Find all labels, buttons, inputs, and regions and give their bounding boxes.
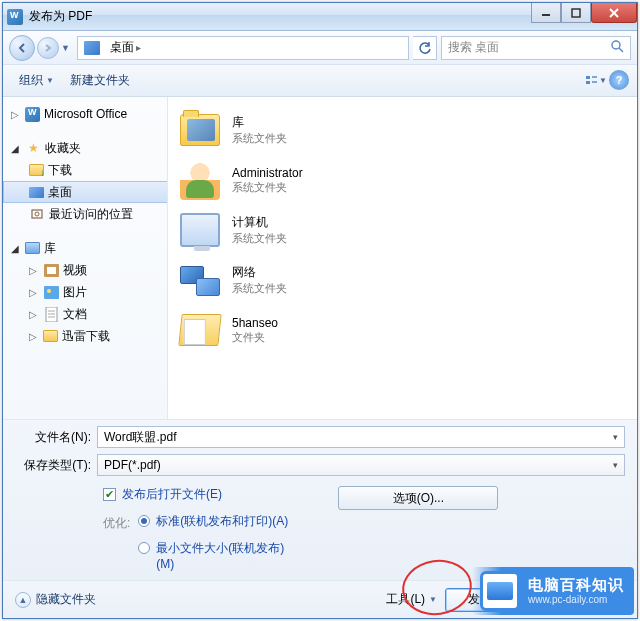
watermark-logo-icon xyxy=(480,571,520,611)
window-title: 发布为 PDF xyxy=(29,8,92,25)
word-icon xyxy=(25,107,40,122)
desktop-icon xyxy=(84,41,100,55)
svg-rect-1 xyxy=(572,9,580,17)
tree-item-desktop[interactable]: 桌面 xyxy=(3,181,167,203)
expand-icon[interactable]: ▷ xyxy=(29,287,39,298)
video-icon xyxy=(43,263,59,277)
save-dialog-window: 发布为 PDF ▼ 桌面 ▸ 搜索 桌面 xyxy=(2,2,638,619)
breadcrumb-bar[interactable]: 桌面 ▸ xyxy=(77,36,409,60)
savetype-select[interactable]: PDF(*.pdf) ▾ xyxy=(97,454,625,476)
expand-icon[interactable]: ▷ xyxy=(11,109,21,120)
new-folder-button[interactable]: 新建文件夹 xyxy=(62,68,138,93)
maximize-button[interactable] xyxy=(561,3,591,23)
filename-input[interactable]: Word联盟.pdf ▾ xyxy=(97,426,625,448)
toolbar: 组织 ▼ 新建文件夹 ▼ ? xyxy=(3,65,637,97)
open-after-checkbox[interactable]: ✔ 发布后打开文件(E) xyxy=(103,486,298,503)
file-list[interactable]: 库 系统文件夹 Administrator 系统文件夹 计算机 系统文件夹 xyxy=(168,97,637,419)
chevron-down-icon: ▼ xyxy=(599,76,607,85)
downloads-icon xyxy=(29,164,44,176)
search-input[interactable]: 搜索 桌面 xyxy=(441,36,631,60)
svg-rect-14 xyxy=(44,286,59,299)
chevron-down-icon: ▼ xyxy=(429,595,437,604)
navigation-bar: ▼ 桌面 ▸ 搜索 桌面 xyxy=(3,31,637,65)
svg-rect-13 xyxy=(47,267,56,274)
chevron-down-icon[interactable]: ▾ xyxy=(613,460,618,470)
savetype-label: 保存类型(T): xyxy=(15,457,91,474)
close-button[interactable] xyxy=(591,3,637,23)
radio-icon xyxy=(138,515,150,527)
forward-button[interactable] xyxy=(37,37,59,59)
folder-icon xyxy=(178,308,222,352)
chevron-up-icon: ▲ xyxy=(15,592,31,608)
tree-item-documents[interactable]: ▷ 文档 xyxy=(3,303,167,325)
checkbox-icon: ✔ xyxy=(103,488,116,501)
network-icon xyxy=(178,258,222,302)
expand-icon[interactable]: ▷ xyxy=(29,309,39,320)
tree-item-office[interactable]: ▷ Microsoft Office xyxy=(3,103,167,125)
library-folder-icon xyxy=(178,108,222,152)
optimize-label: 优化: xyxy=(103,513,130,532)
optimize-standard-radio[interactable]: 标准(联机发布和打印)(A) xyxy=(138,513,298,529)
breadcrumb-label: 桌面 xyxy=(110,39,134,56)
chevron-down-icon: ▼ xyxy=(46,76,54,85)
back-button[interactable] xyxy=(9,35,35,61)
chevron-right-icon: ▸ xyxy=(136,42,141,53)
tree-item-favorites[interactable]: ◢ ★ 收藏夹 xyxy=(3,137,167,159)
svg-rect-10 xyxy=(32,210,42,218)
collapse-icon[interactable]: ◢ xyxy=(11,243,21,254)
history-dropdown-icon[interactable]: ▼ xyxy=(61,43,73,53)
star-icon: ★ xyxy=(25,141,41,155)
tree-item-libraries[interactable]: ◢ 库 xyxy=(3,237,167,259)
svg-point-4 xyxy=(612,41,620,49)
minimize-button[interactable] xyxy=(531,3,561,23)
chevron-down-icon[interactable]: ▾ xyxy=(613,432,618,442)
filename-label: 文件名(N): xyxy=(15,429,91,446)
watermark: 电脑百科知识 www.pc-daily.com xyxy=(472,567,634,615)
svg-rect-6 xyxy=(586,76,590,79)
radio-icon xyxy=(138,542,150,554)
user-folder-icon xyxy=(178,158,222,202)
tree-item-videos[interactable]: ▷ 视频 xyxy=(3,259,167,281)
tools-menu[interactable]: 工具(L) ▼ xyxy=(386,591,437,608)
watermark-title: 电脑百科知识 xyxy=(528,577,624,594)
breadcrumb-segment[interactable]: 桌面 ▸ xyxy=(104,37,147,59)
svg-point-15 xyxy=(47,289,51,293)
library-icon xyxy=(25,242,40,254)
window-controls xyxy=(531,3,637,23)
pictures-icon xyxy=(43,285,59,299)
tree-item-recent[interactable]: 最近访问的位置 xyxy=(3,203,167,225)
svg-point-11 xyxy=(35,212,39,216)
search-placeholder: 搜索 桌面 xyxy=(448,39,499,56)
computer-icon xyxy=(178,208,222,252)
recent-icon xyxy=(29,207,45,221)
hide-folders-toggle[interactable]: ▲ 隐藏文件夹 xyxy=(15,591,96,608)
folder-icon xyxy=(43,330,58,342)
options-button[interactable]: 选项(O)... xyxy=(338,486,498,510)
tree-item-thunder[interactable]: ▷ 迅雷下载 xyxy=(3,325,167,347)
save-options-panel: 文件名(N): Word联盟.pdf ▾ 保存类型(T): PDF(*.pdf)… xyxy=(3,419,637,580)
expand-icon[interactable]: ▷ xyxy=(29,331,39,342)
file-item-user[interactable]: Administrator 系统文件夹 xyxy=(172,155,633,205)
file-item-folder[interactable]: 5hanseo 文件夹 xyxy=(172,305,633,355)
expand-icon[interactable]: ▷ xyxy=(29,265,39,276)
titlebar: 发布为 PDF xyxy=(3,3,637,31)
tree-item-downloads[interactable]: 下载 xyxy=(3,159,167,181)
svg-rect-7 xyxy=(586,81,590,84)
documents-icon xyxy=(43,307,59,321)
refresh-button[interactable] xyxy=(413,36,437,60)
collapse-icon[interactable]: ◢ xyxy=(11,143,21,154)
tree-item-pictures[interactable]: ▷ 图片 xyxy=(3,281,167,303)
organize-menu[interactable]: 组织 ▼ xyxy=(11,68,62,93)
view-mode-button[interactable]: ▼ xyxy=(585,70,607,92)
help-button[interactable]: ? xyxy=(609,70,629,90)
watermark-url: www.pc-daily.com xyxy=(528,594,624,605)
optimize-minsize-radio[interactable]: 最小文件大小(联机发布)(M) xyxy=(138,540,298,572)
file-item-network[interactable]: 网络 系统文件夹 xyxy=(172,255,633,305)
file-item-computer[interactable]: 计算机 系统文件夹 xyxy=(172,205,633,255)
file-item-libraries[interactable]: 库 系统文件夹 xyxy=(172,105,633,155)
body-area: ▷ Microsoft Office ◢ ★ 收藏夹 下载 桌面 xyxy=(3,97,637,419)
navigation-tree: ▷ Microsoft Office ◢ ★ 收藏夹 下载 桌面 xyxy=(3,97,168,419)
app-icon xyxy=(7,9,23,25)
svg-line-5 xyxy=(619,48,623,52)
search-icon xyxy=(610,39,624,56)
